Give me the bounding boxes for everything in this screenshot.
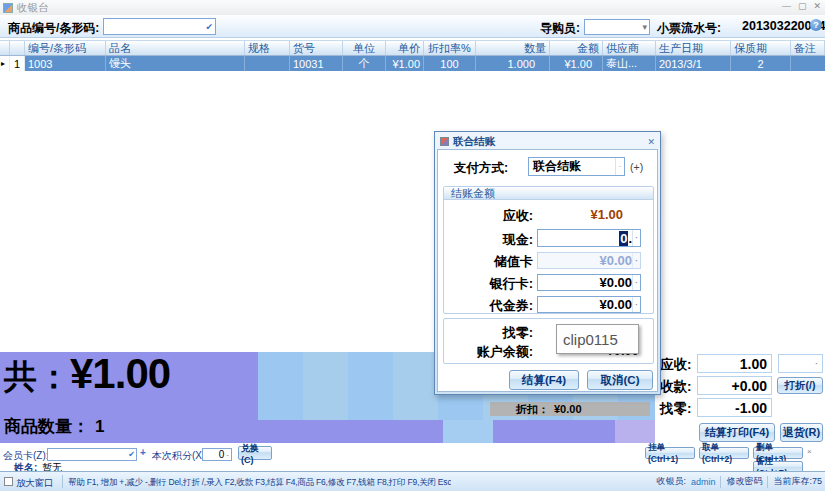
window-title: 收银台 [17,1,49,15]
row-index: 1 [10,56,25,71]
exchange-button[interactable]: 兑换(C) [238,446,272,460]
voucher-input[interactable]: ¥0.00 · [537,296,641,313]
dialog-title-bar[interactable]: 联合结账 ✕ [437,134,658,149]
amounts-group: 结账金额 应收: ¥1.00 现金: 0 . · 储值卡 ¥0.00 · 银行卡… [443,186,654,314]
col-header-remark: 备注 [791,41,825,55]
cell-price: ¥1.00 [386,56,424,71]
discount-value: ¥0.00 [554,403,582,415]
receivable-combo[interactable]: · [778,354,823,373]
chevron-down-icon[interactable]: ▾ [642,22,647,32]
add-member-icon[interactable]: + [140,447,146,458]
combo-check-icon[interactable]: ✔ [205,22,213,32]
minimize-icon[interactable]: — [782,1,791,11]
col-header-proddate: 生产日期 [656,41,731,55]
col-header-spec: 规格 [245,41,290,55]
total-display: 共： ¥1.00 [4,350,170,400]
bank-card-input[interactable]: ¥0.00 · [537,274,641,291]
stored-card-label: 储值卡 [449,253,533,271]
points-input[interactable]: 0 - [202,448,232,461]
discount-button[interactable]: 打折(/) [777,377,823,394]
voucher-label: 代金券: [449,297,533,315]
shortcut-hints: 帮助 F1, 增加 +,减少 -,删行 Del,打折 /,录入 F2,收款 F3… [68,477,451,489]
chevron-down-icon: - [226,453,229,457]
combo-check-icon[interactable]: ✔ [128,450,136,459]
dialog-content: 支付方式: 联合结账 · (+) 结账金额 应收: ¥1.00 现金: 0 . … [437,149,658,392]
title-bar: 收银台 — ▢ ✕ [0,0,825,15]
col-header-amount: 金额 [550,41,603,55]
received-label: 收款: [660,378,692,396]
cell-code: 1003 [25,56,106,71]
receipt-no-label: 小票流水号: [657,20,721,37]
table-row[interactable]: ▸ 1 1003 馒头 10031 个 ¥1.00 100 1.000 ¥1.0… [0,56,825,71]
product-code-combo[interactable]: ✔ [103,18,216,35]
add-payment-button[interactable]: (+) [630,161,643,173]
balance-label: 账户余额: [449,343,533,361]
change-password-link[interactable]: 修改密码 [726,475,762,488]
tooltip: clip0115 [556,324,639,354]
cell-unit: 个 [343,56,386,71]
points-value: 0 [219,449,225,460]
chevron-down-icon: · [632,253,640,268]
cashier-value: admin [691,477,716,487]
blue-patch [443,420,493,443]
quantity-display: 商品数量： 1 [4,415,104,438]
member-card-input[interactable]: ✔ [47,448,137,461]
chevron-down-icon[interactable]: · [632,297,640,312]
app-icon [3,3,13,13]
guide-combo[interactable]: ▾ [584,19,650,35]
chevron-down-icon[interactable]: · [615,158,624,175]
zoom-window-checkbox[interactable] [4,477,13,486]
change-field: -1.00 [697,398,772,417]
settle-print-button[interactable]: 结算打印(F4) [699,423,775,442]
purple-band-right [493,420,615,443]
total-label: 共： [4,355,70,400]
col-header-qty: 数量 [476,41,550,55]
bank-card-label: 银行卡: [449,275,533,293]
return-button[interactable]: 退货(R) [780,423,823,442]
product-code-label: 商品编号/条形码: [8,20,99,37]
help-icon[interactable]: ? [810,19,822,31]
dialog-close-icon[interactable]: ✕ [647,137,655,147]
quantity-value: 1 [95,417,104,437]
cell-remark [791,56,825,71]
cash-input[interactable]: 0 . · [537,229,641,247]
cash-selected-text: 0 [619,231,628,246]
points-label: 本次积分(X): [152,449,208,463]
col-header-itemno: 货号 [290,41,343,55]
chevron-down-icon[interactable]: · [632,275,640,290]
zoom-window-label[interactable]: 放大窗口 [16,477,53,490]
received-field[interactable]: +0.00 [697,376,772,395]
payment-method-label: 支付方式: [454,160,508,177]
cell-qty: 1.000 [476,56,550,71]
rownum-header [10,41,25,55]
fetch-order-button[interactable]: 取单(Ctrl+2) [699,447,749,459]
payment-method-combo[interactable]: 联合结账 · [528,157,625,176]
lavender-patch [615,420,655,443]
quantity-label: 商品数量： [4,415,89,438]
cancel-button[interactable]: 取消(C) [587,370,653,390]
chevron-down-icon[interactable]: · [632,230,640,246]
hold-order-button[interactable]: 挂单(Ctrl+1) [645,447,695,459]
dlg-change-label: 找零: [449,324,533,342]
cell-amount: ¥1.00 [550,56,603,71]
statusbar-right: 收银员: admin 修改密码 当前库存:75 [656,472,822,491]
receivable-label: 应收: [660,356,692,374]
cell-discount: 100 [424,56,476,71]
payment-method-value: 联合结账 [529,158,615,175]
col-header-name: 品名 [106,41,245,55]
panel-close-icon[interactable]: × [807,447,812,456]
chevron-down-icon: · [815,362,818,366]
restore-icon[interactable]: ▢ [798,1,807,11]
dialog-title: 联合结账 [453,135,647,149]
settle-button[interactable]: 结算(F4) [509,370,579,390]
col-header-supplier: 供应商 [603,41,656,55]
settlement-dialog: 联合结账 ✕ 支付方式: 联合结账 · (+) 结账金额 应收: ¥1.00 现… [434,131,661,395]
discount-bar: 折扣： ¥0.00 [490,402,650,416]
close-icon[interactable]: ✕ [813,1,821,11]
cash-label: 现金: [449,231,533,249]
col-header-shelflife: 保质期 [731,41,791,55]
dlg-receivable-value: ¥1.00 [537,207,641,222]
discount-label: 折扣： [516,402,549,417]
total-value: ¥1.00 [70,350,170,398]
table-header: 编号/条形码 品名 规格 货号 单位 单价 折扣率% 数量 金额 供应商 生产日… [0,40,825,56]
